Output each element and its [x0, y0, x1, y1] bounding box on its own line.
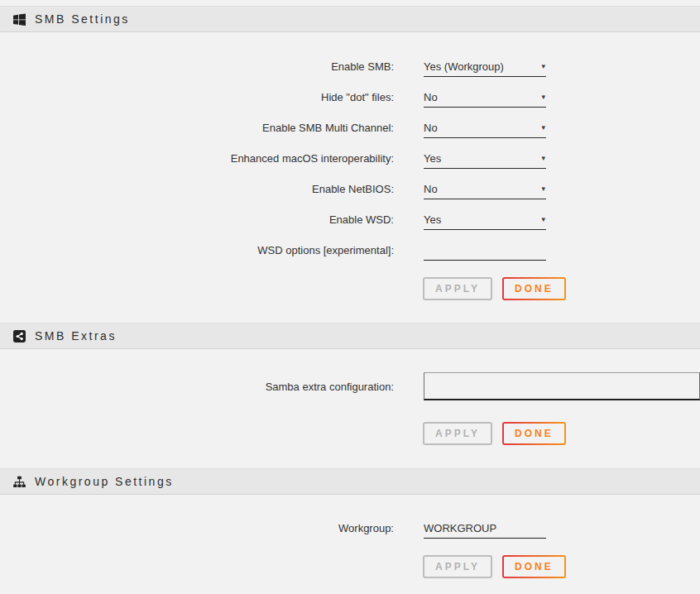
section-title: SMB Extras: [35, 329, 117, 343]
caret-down-icon: ▾: [541, 185, 546, 193]
form-row: Enhanced macOS interoperability: Yes ▾: [0, 143, 700, 174]
wsd-options-input[interactable]: [424, 240, 546, 261]
select-value: Yes: [424, 213, 441, 226]
workgroup-settings-header: Workgroup Settings: [0, 468, 700, 495]
form-row: WSD options [experimental]:: [0, 235, 700, 266]
form-row: Samba extra configuration:: [0, 370, 700, 403]
done-button[interactable]: DONE: [502, 422, 566, 445]
caret-down-icon: ▾: [541, 155, 546, 162]
field-label: Enable WSD:: [0, 213, 394, 226]
caret-down-icon: ▾: [541, 93, 546, 101]
form-row: Enable SMB: Yes (Workgroup) ▾: [0, 51, 700, 82]
enable-smb-select[interactable]: Yes (Workgroup) ▾: [424, 56, 546, 77]
done-button[interactable]: DONE: [502, 277, 566, 300]
workgroup-settings-actions: APPLY DONE: [423, 555, 700, 578]
smb-extras-form: Samba extra configuration: APPLY DONE: [0, 370, 700, 445]
caret-down-icon: ▾: [541, 216, 546, 223]
sitemap-icon: [13, 476, 26, 488]
caret-down-icon: ▾: [541, 124, 546, 132]
select-value: No: [424, 122, 438, 134]
field-label: Hide "dot" files:: [0, 91, 394, 103]
share-square-icon: [13, 330, 26, 343]
field-label: Workgroup:: [0, 522, 394, 534]
form-row: Enable SMB Multi Channel: No ▾: [0, 113, 700, 143]
workgroup-settings-form: Workgroup: APPLY DONE: [0, 513, 700, 578]
form-row: Enable WSD: Yes ▾: [0, 204, 700, 235]
section-title: SMB Settings: [35, 12, 130, 26]
section-title: Workgroup Settings: [35, 475, 174, 488]
done-button[interactable]: DONE: [502, 555, 566, 578]
form-row: Enable NetBIOS: No ▾: [0, 174, 700, 204]
field-label: Enable SMB Multi Channel:: [0, 122, 394, 134]
samba-extra-config-textarea[interactable]: [424, 372, 700, 400]
field-label: Enable SMB:: [0, 60, 394, 73]
field-label: Enable NetBIOS:: [0, 183, 394, 195]
field-label: Samba extra configuration:: [0, 381, 394, 393]
hide-dot-files-select[interactable]: No ▾: [424, 87, 546, 108]
smb-settings-actions: APPLY DONE: [423, 277, 700, 300]
wsd-select[interactable]: Yes ▾: [424, 209, 546, 230]
workgroup-input[interactable]: [424, 518, 546, 539]
apply-button[interactable]: APPLY: [423, 277, 492, 300]
smb-extras-actions: APPLY DONE: [423, 422, 700, 445]
select-value: No: [424, 91, 438, 103]
select-value: No: [424, 183, 438, 195]
smb-extras-header: SMB Extras: [0, 323, 700, 349]
form-row: Hide "dot" files: No ▾: [0, 82, 700, 113]
field-label: Enhanced macOS interoperability:: [0, 152, 394, 165]
apply-button[interactable]: APPLY: [423, 555, 492, 578]
macos-interoperability-select[interactable]: Yes ▾: [424, 148, 546, 169]
smb-settings-form: Enable SMB: Yes (Workgroup) ▾ Hide "dot"…: [0, 51, 700, 300]
netbios-select[interactable]: No ▾: [424, 179, 546, 199]
smb-settings-header: SMB Settings: [0, 6, 700, 32]
select-value: Yes (Workgroup): [424, 60, 504, 73]
field-label: WSD options [experimental]:: [0, 244, 394, 256]
caret-down-icon: ▾: [541, 63, 546, 70]
form-row: Workgroup:: [0, 513, 700, 544]
windows-icon: [13, 13, 26, 26]
apply-button[interactable]: APPLY: [423, 422, 492, 445]
smb-multi-channel-select[interactable]: No ▾: [424, 117, 546, 138]
select-value: Yes: [424, 152, 441, 165]
